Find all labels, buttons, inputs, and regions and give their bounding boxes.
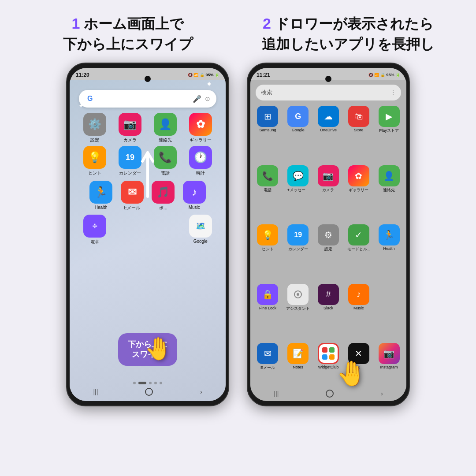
swipe-arrow (141, 148, 154, 201)
phone1-home: ✦ ✦ G 🎤 ⊙ ⚙️ 設定 (70, 80, 226, 401)
app-contacts-label: 連絡先 (159, 137, 172, 143)
drawer-finelock[interactable]: 🔒 Fine Lock (254, 284, 282, 340)
drawer-modes-icon: ✓ (348, 224, 369, 245)
drawer-contacts[interactable]: 👤 連絡先 (375, 165, 403, 222)
app-empty2-icon (154, 215, 177, 238)
app-clock[interactable]: 🕐 時計 (185, 146, 216, 176)
app-camera-label: カメラ (123, 137, 137, 143)
drawer-onedrive-label: OneDrive (320, 128, 337, 132)
app-calendar-icon: 19 (119, 146, 141, 169)
app-calc[interactable]: ÷ 電卓 (79, 215, 111, 245)
app-gallery[interactable]: ✿ ギャラリー (185, 113, 216, 143)
phone2-camera (325, 76, 331, 82)
sparkle2: ✦ (78, 102, 84, 109)
drawer-health-icon: 🏃 (379, 224, 400, 245)
app-clock-label: 時計 (196, 170, 205, 176)
drawer-google[interactable]: G Google (284, 106, 312, 162)
phone2-screen: 11:21 🔇 📶 🔒 95% 🔋 検索 ⋮ ⊞ Samsung (250, 68, 406, 401)
app-music3[interactable]: ♪ Music (181, 181, 208, 211)
app-music3-label: Music (189, 205, 200, 210)
app-google-label: Google (193, 239, 208, 244)
step2-num: 2 (263, 15, 271, 32)
drawer-gallery-icon: ✿ (348, 165, 369, 186)
step1-num: 1 (72, 15, 80, 32)
app-health[interactable]: 🏃 Health (87, 181, 115, 211)
app-hint[interactable]: 💡 ヒント (79, 146, 111, 176)
drawer-music[interactable]: ♪ Music (345, 284, 372, 340)
dot4 (154, 382, 157, 384)
drawer-instagram-icon: 📷 (379, 343, 400, 364)
drawer-calendar-icon: 19 (287, 224, 309, 245)
drawer-app-grid: ⊞ Samsung G Google ☁ OneDrive 🛍 Store (250, 104, 406, 401)
hand-cursor-phone2: 🤚 (336, 359, 367, 388)
drawer-assistant[interactable]: アシスタント (284, 284, 312, 340)
drawer-onedrive[interactable]: ☁ OneDrive (315, 106, 342, 162)
drawer-camera-label: カメラ (322, 187, 334, 193)
drawer-finelock-label: Fine Lock (259, 306, 276, 310)
drawer-camera[interactable]: 📷 カメラ (315, 165, 342, 222)
drawer-camera-icon: 📷 (318, 165, 339, 186)
dot1 (133, 382, 136, 384)
drawer-samsung[interactable]: ⊞ Samsung (254, 106, 282, 162)
nav2-back: ‹ (381, 390, 383, 397)
drawer-messenger[interactable]: 💬 +メッセー... (284, 165, 312, 222)
app-empty1 (114, 215, 146, 245)
nav2-home (326, 390, 334, 398)
drawer-phone-label: 電話 (264, 187, 271, 193)
app-empty1-icon (119, 215, 141, 238)
drawer-gallery[interactable]: ✿ ギャラリー (345, 165, 372, 222)
app-gallery-label: ギャラリー (190, 137, 212, 143)
drawer-instagram-label: Instagram (380, 365, 398, 369)
app-phone-icon: 📞 (154, 146, 177, 169)
drawer-hint-icon: 💡 (257, 224, 278, 245)
drawer-slack-label: Slack (324, 306, 333, 310)
app-calc-label: 電卓 (90, 239, 99, 245)
app-email-icon: ✉ (121, 181, 144, 204)
drawer-playstore-icon: ▶ (379, 106, 400, 127)
drawer-empty-icon (379, 284, 400, 305)
drawer-hint[interactable]: 💡 ヒント (254, 224, 282, 281)
app-hint-label: ヒント (88, 170, 101, 176)
app-music3-icon: ♪ (183, 181, 206, 204)
dot2 (138, 382, 146, 384)
drawer-onedrive-icon: ☁ (318, 106, 339, 127)
app-settings-icon: ⚙️ (83, 113, 106, 136)
drawer-calendar[interactable]: 19 カレンダー (284, 224, 312, 281)
phone1-search-bar[interactable]: G 🎤 ⊙ (79, 90, 216, 108)
phone2-bottom-nav: ||| ‹ (250, 390, 406, 398)
drawer-health[interactable]: 🏃 Health (375, 224, 403, 281)
drawer-assistant-label: アシスタント (286, 306, 310, 312)
drawer-email-label: Eメール (260, 365, 275, 371)
phone1-camera (145, 76, 151, 82)
drawer-playstore[interactable]: ▶ Playストア (375, 106, 403, 162)
drawer-phone[interactable]: 📞 電話 (254, 165, 282, 222)
drawer-store[interactable]: 🛍 Store (345, 106, 372, 162)
drawer-slack[interactable]: # Slack (315, 284, 342, 340)
instructions-row: 1 ホーム画面上で下から上にスワイプ 2 ドロワーが表示されたら追加したいアプリ… (0, 0, 476, 58)
app-empty2 (149, 215, 181, 245)
phone1-time: 11:20 (76, 72, 89, 78)
app-music2-icon: 🎵 (152, 181, 175, 204)
phone1-bottom-nav: ||| ‹ (70, 388, 226, 396)
drawer-phone-icon: 📞 (257, 165, 278, 186)
app-camera[interactable]: 📷 カメラ (114, 113, 146, 143)
app-contacts[interactable]: 👤 連絡先 (149, 113, 181, 143)
drawer-search-text: 検索 (261, 89, 272, 97)
drawer-modes-label: モードとル... (347, 246, 371, 252)
drawer-assistant-icon (287, 284, 309, 305)
drawer-store-icon: 🛍 (348, 106, 369, 127)
drawer-google-icon: G (287, 106, 309, 127)
drawer-search-bar[interactable]: 検索 ⋮ (256, 85, 401, 100)
drawer-modes[interactable]: ✓ モードとル... (345, 224, 372, 281)
phones-container: 11:20 🔇 📶 🔒 95% 🔋 ✦ ✦ G 🎤 ⊙ (0, 58, 476, 476)
app-clock-icon: 🕐 (189, 146, 212, 169)
drawer-settings[interactable]: ⚙ 設定 (315, 224, 342, 281)
svg-text:15: 15 (327, 353, 331, 357)
google-g-logo: G (85, 94, 95, 104)
app-google[interactable]: 🗺️ Google (185, 215, 216, 245)
drawer-playstore-label: Playストア (379, 128, 399, 134)
phone1: 11:20 🔇 📶 🔒 95% 🔋 ✦ ✦ G 🎤 ⊙ (66, 63, 229, 406)
app-settings[interactable]: ⚙️ 設定 (79, 113, 111, 143)
lens-icon: ⊙ (205, 95, 210, 102)
dot5 (160, 382, 162, 384)
